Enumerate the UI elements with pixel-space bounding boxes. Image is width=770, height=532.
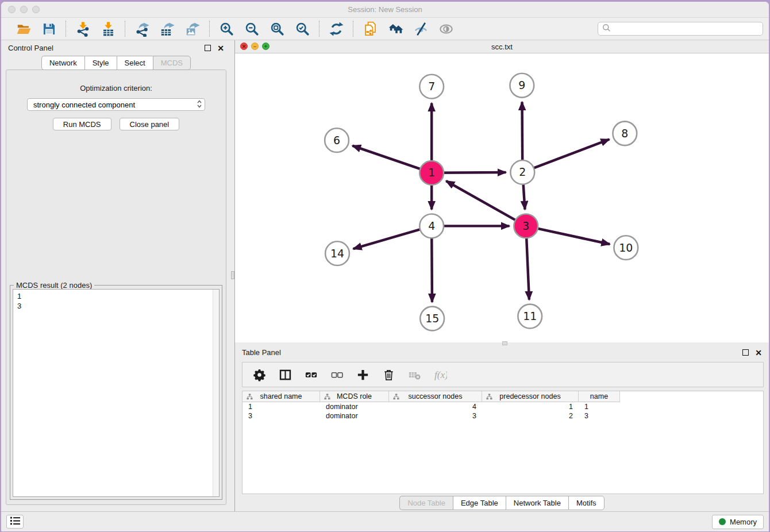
svg-text:14: 14 — [330, 247, 344, 260]
window-title: Session: New Session — [348, 5, 422, 14]
control-panel: Control Panel ✕ NetworkStyleSelectMCDS O… — [1, 40, 231, 511]
close-panel-icon[interactable]: ✕ — [217, 45, 224, 51]
export-table-icon[interactable] — [158, 20, 176, 37]
run-mcds-button[interactable]: Run MCDS — [53, 118, 111, 130]
column-header-name[interactable]: name — [579, 391, 620, 402]
panel-splitter-vertical[interactable] — [231, 40, 235, 511]
hierarchy-icon — [393, 394, 399, 402]
export-network-icon[interactable] — [133, 20, 151, 37]
result-scrollbar[interactable] — [213, 290, 219, 496]
splitter-handle[interactable] — [231, 271, 234, 279]
edge-2-8 — [522, 139, 609, 172]
close-window-button[interactable] — [8, 6, 16, 13]
network-graph[interactable]: 7968124314101511 — [235, 53, 769, 342]
mcds-result-title: MCDS result (2 nodes) — [14, 281, 94, 290]
home-icon[interactable] — [386, 20, 405, 37]
tab-edge-table[interactable]: Edge Table — [453, 496, 506, 510]
graph-node-10[interactable]: 10 — [614, 236, 638, 260]
graph-node-1[interactable]: 1 — [419, 161, 444, 185]
clone-network-icon[interactable] — [361, 20, 379, 37]
graph-node-8[interactable]: 8 — [613, 121, 637, 145]
tab-node-table[interactable]: Node Table — [399, 496, 453, 510]
tab-mcds[interactable]: MCDS — [153, 56, 191, 70]
deselect-all-icon[interactable] — [329, 367, 345, 383]
panel-splitter-horizontal[interactable] — [235, 342, 769, 345]
column-header-successor-nodes[interactable]: successor nodes — [389, 391, 482, 402]
open-folder-icon[interactable] — [14, 20, 33, 37]
task-history-button[interactable] — [6, 515, 24, 529]
graph-node-6[interactable]: 6 — [325, 128, 349, 152]
mcds-panel-body: Optimization criterion: strongly connect… — [6, 70, 226, 505]
result-node-id: 3 — [17, 301, 215, 311]
network-canvas[interactable]: 7968124314101511 — [235, 53, 769, 342]
edge-3-10 — [526, 226, 610, 244]
cell-MCDS-role: dominator — [320, 403, 389, 411]
graph-node-11[interactable]: 11 — [518, 304, 542, 329]
cell-successor-nodes: 4 — [389, 403, 482, 411]
split-columns-icon[interactable] — [277, 367, 293, 383]
memory-status-icon — [719, 518, 726, 525]
add-column-icon[interactable] — [355, 367, 371, 383]
table-panel-title: Table Panel — [242, 348, 281, 357]
show-hide-details-icon[interactable] — [411, 20, 430, 37]
graph-node-2[interactable]: 2 — [510, 160, 534, 184]
mcds-result-group: MCDS result (2 nodes) 13 — [10, 285, 222, 500]
tab-select[interactable]: Select — [117, 56, 153, 70]
graph-node-15[interactable]: 15 — [420, 307, 444, 331]
graph-node-9[interactable]: 9 — [510, 74, 534, 98]
memory-button[interactable]: Memory — [712, 515, 764, 529]
close-panel-icon[interactable]: ✕ — [755, 350, 762, 356]
graph-node-4[interactable]: 4 — [419, 214, 444, 238]
save-icon[interactable] — [40, 20, 58, 37]
mcds-result-list[interactable]: 13 — [13, 289, 220, 497]
import-table-icon[interactable] — [99, 20, 117, 37]
tab-motifs[interactable]: Motifs — [568, 496, 605, 510]
graph-node-14[interactable]: 14 — [325, 241, 349, 265]
select-all-icon[interactable] — [303, 367, 319, 383]
minimize-window-button[interactable] — [20, 6, 28, 13]
tab-style[interactable]: Style — [84, 56, 117, 70]
export-image-icon[interactable] — [183, 20, 202, 37]
svg-text:10: 10 — [619, 241, 633, 254]
column-header-predecessor-nodes[interactable]: predecessor nodes — [482, 391, 579, 402]
network-minimize-icon[interactable]: − — [251, 43, 259, 50]
node-table: shared nameMCDS rolesuccessor nodesprede… — [242, 391, 764, 494]
column-label: predecessor nodes — [499, 392, 560, 400]
search-icon — [602, 24, 611, 34]
graph-node-3[interactable]: 3 — [514, 214, 538, 238]
close-panel-button[interactable]: Close panel — [120, 118, 180, 130]
zoom-fit-icon[interactable] — [268, 20, 286, 37]
float-panel-icon[interactable] — [742, 349, 749, 356]
table-toolbar: f(x) — [242, 362, 764, 387]
network-maximize-icon[interactable]: + — [262, 43, 270, 50]
gear-icon[interactable] — [251, 367, 267, 383]
delete-table-disabled-icon — [406, 367, 422, 383]
delete-column-icon[interactable] — [380, 367, 396, 383]
table-panel-header: Table Panel ✕ — [235, 345, 769, 360]
eye-disabled-icon[interactable] — [437, 20, 455, 37]
tab-network-table[interactable]: Network Table — [506, 496, 568, 510]
splitter-handle[interactable] — [502, 341, 507, 345]
zoom-window-button[interactable] — [32, 6, 40, 13]
network-close-icon[interactable]: ✕ — [240, 43, 248, 50]
table-row[interactable]: 1dominator411 — [242, 402, 763, 411]
refresh-icon[interactable] — [327, 20, 345, 37]
float-panel-icon[interactable] — [205, 45, 211, 51]
tab-network[interactable]: Network — [41, 56, 84, 70]
svg-text:7: 7 — [428, 80, 435, 92]
cell-shared-name: 1 — [242, 403, 320, 411]
zoom-selected-icon[interactable] — [293, 20, 311, 37]
optimization-select[interactable]: strongly connected component — [27, 98, 205, 111]
table-row[interactable]: 3dominator323 — [242, 411, 763, 421]
search-input[interactable] — [614, 24, 759, 34]
memory-label: Memory — [730, 518, 757, 526]
zoom-out-icon[interactable] — [242, 20, 261, 37]
import-network-icon[interactable] — [74, 20, 92, 37]
table-panel: Table Panel ✕ f(x) shared nameMCDS roles… — [235, 345, 769, 511]
status-bar: Memory — [1, 511, 769, 531]
column-header-MCDS-role[interactable]: MCDS role — [320, 391, 389, 402]
hierarchy-icon — [324, 394, 330, 402]
graph-node-7[interactable]: 7 — [419, 75, 444, 99]
zoom-in-icon[interactable] — [217, 20, 236, 37]
column-header-shared-name[interactable]: shared name — [242, 391, 320, 402]
